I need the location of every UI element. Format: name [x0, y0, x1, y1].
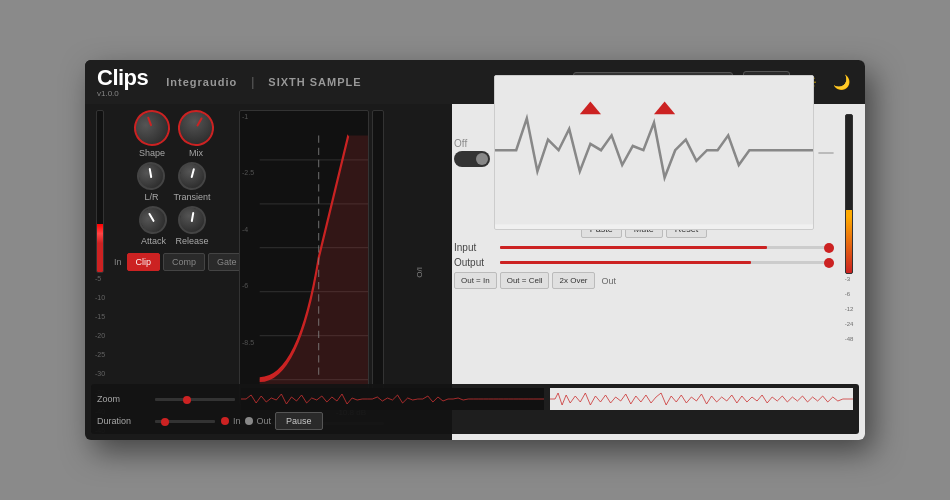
toggle-knob: [476, 153, 488, 165]
route-2x-over-button[interactable]: 2x Over: [552, 272, 594, 289]
lr-knob-group: L/R: [137, 162, 165, 202]
zoom-thumb[interactable]: [183, 396, 191, 404]
lr-knob[interactable]: [135, 160, 167, 192]
out-label-right: Out: [602, 276, 617, 286]
lr-label: L/R: [144, 192, 158, 202]
zoom-slider[interactable]: [155, 398, 235, 401]
brand-divider: |: [251, 75, 254, 89]
waveform-dark: [241, 388, 544, 410]
attack-knob-group: Attack: [139, 206, 167, 246]
release-knob-group: Release: [175, 206, 208, 246]
input-slider-thumb[interactable]: [824, 243, 834, 253]
mode-row: In Clip Comp Gate: [114, 253, 234, 271]
osc-waveform: [495, 76, 813, 224]
right-vu-meter: [818, 152, 834, 154]
input-label: Input: [454, 242, 494, 253]
attack-knob[interactable]: [134, 201, 172, 239]
output-label: Output: [454, 257, 494, 268]
routing-row: Out = In Out = Cell 2x Over Out: [454, 272, 834, 289]
route-out-cell-button[interactable]: Out = Cell: [500, 272, 550, 289]
knob-row-top: Shape Mix: [114, 110, 234, 158]
shape-label: Shape: [139, 148, 165, 158]
off-label: Off: [454, 138, 467, 149]
svg-rect-11: [550, 388, 853, 410]
transient-knob[interactable]: [175, 159, 209, 193]
app-title: Clips: [97, 67, 148, 89]
out-label: Out: [257, 416, 272, 426]
waveform-dark-svg: [241, 388, 544, 410]
in-label: In: [114, 257, 122, 267]
duration-slider[interactable]: [155, 420, 215, 423]
shape-knob-group: Shape: [134, 110, 170, 158]
comp-button[interactable]: Comp: [163, 253, 205, 271]
vertical-threshold-slider[interactable]: [372, 110, 384, 405]
bottom-section: Zoom: [91, 384, 859, 434]
mix-knob-group: Mix: [178, 110, 214, 158]
mix-label: Mix: [189, 148, 203, 158]
osc-controls: Off: [454, 138, 490, 167]
output-slider-track[interactable]: [500, 261, 834, 264]
oscilloscope-display: [494, 75, 814, 229]
graph-row: -1 -2.5 -4 -6 -8.5 -12: [239, 110, 384, 405]
oscilloscope-row: Off: [454, 110, 834, 195]
playback-controls: In Out Pause: [221, 412, 323, 430]
in-indicator: [221, 417, 229, 425]
output-slider-fill: [500, 261, 751, 264]
output-slider-thumb[interactable]: [824, 258, 834, 268]
route-out-in-button[interactable]: Out = In: [454, 272, 497, 289]
graph-box: -1 -2.5 -4 -6 -8.5 -12: [239, 110, 369, 405]
plugin-content: Clips v1.0.0 Integraudio | SIXTH SAMPLE …: [85, 60, 865, 440]
knob-row-mid: L/R Transient: [114, 162, 234, 202]
far-right-vu-fill: [846, 210, 852, 273]
theme-dark-button[interactable]: 🌙: [830, 72, 853, 92]
waveform-light: [550, 388, 853, 410]
input-slider-track[interactable]: [500, 246, 834, 249]
release-label: Release: [175, 236, 208, 246]
osc-toggle-switch[interactable]: [454, 151, 490, 167]
vu-fill: [97, 224, 103, 272]
out-indicator: [245, 417, 253, 425]
app-version: v1.0.0: [97, 89, 148, 98]
far-right-vu: [845, 114, 853, 274]
logo-area: Clips v1.0.0: [97, 67, 148, 98]
duration-label: Duration: [97, 416, 149, 426]
far-right-vu-scale: -3 -6 -12 -24 -48: [845, 276, 854, 342]
knob-row-bottom: Attack Release: [114, 206, 234, 246]
release-knob[interactable]: [176, 204, 208, 236]
shape-knob[interactable]: [129, 105, 175, 151]
graph-grid: [240, 111, 368, 404]
io-sliders: Input Output: [454, 242, 834, 268]
plugin-window: Clips v1.0.0 Integraudio | SIXTH SAMPLE …: [85, 60, 865, 440]
in-label: In: [233, 416, 241, 426]
brand1: Integraudio: [166, 76, 237, 88]
zoom-label: Zoom: [97, 394, 149, 404]
clip-button[interactable]: Clip: [127, 253, 161, 271]
brand2: SIXTH SAMPLE: [268, 76, 361, 88]
transient-knob-group: Transient: [173, 162, 210, 202]
vu-meter-bar: [96, 110, 104, 273]
duration-thumb[interactable]: [161, 418, 169, 426]
zoom-row: Zoom: [97, 388, 853, 410]
input-slider-fill: [500, 246, 767, 249]
waveform-light-svg: [550, 388, 853, 410]
input-slider-row: Input: [454, 242, 834, 253]
duration-row: Duration In Out Pause: [97, 412, 853, 430]
io-label: I/O: [415, 267, 424, 278]
attack-label: Attack: [141, 236, 166, 246]
pause-button[interactable]: Pause: [275, 412, 323, 430]
transient-label: Transient: [173, 192, 210, 202]
mix-knob[interactable]: [171, 103, 220, 152]
output-slider-row: Output: [454, 257, 834, 268]
